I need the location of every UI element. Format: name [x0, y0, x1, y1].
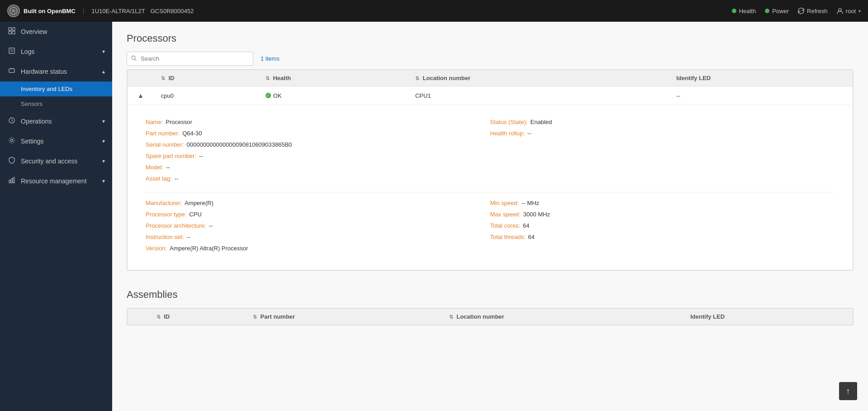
device-model: 1U10E-ALTRA/1L2T: [91, 8, 145, 14]
sidebar-item-resource-management[interactable]: Resource management ▾: [0, 171, 112, 191]
version-value: Ampere(R) Altra(R) Processor: [170, 245, 248, 252]
operations-icon: [7, 117, 16, 126]
processor-arch-value: --: [209, 222, 213, 229]
detail-col-left: Name: Processor Part number: Q64-30: [146, 119, 490, 186]
sidebar-item-overview[interactable]: Overview: [0, 22, 112, 42]
topbar-separator: |: [83, 7, 85, 14]
main-inner: Processors 1 items: [112, 22, 868, 336]
ath-location[interactable]: ⇅ Location number: [442, 309, 683, 325]
th-location[interactable]: ⇅ Location number: [408, 70, 669, 86]
scroll-top-button[interactable]: ↑: [839, 382, 857, 400]
svg-rect-10: [9, 69, 14, 72]
sidebar-item-hardware-status[interactable]: Hardware status ▴: [0, 62, 112, 81]
ath-part-label: Part number: [261, 313, 295, 320]
max-speed-field: Max speed: 3000 MHz: [490, 211, 835, 218]
sidebar-item-sensors[interactable]: Sensors: [21, 96, 112, 111]
svg-point-1: [12, 9, 15, 13]
max-speed-value: 3000 MHz: [523, 211, 550, 218]
row-id-cell: cpu0: [154, 86, 258, 105]
serial-number-field: Serial number: 0000000000000000908106090…: [146, 141, 490, 148]
sidebar-item-resource-label: Resource management: [21, 177, 87, 185]
search-wrap: [127, 52, 253, 66]
svg-rect-16: [9, 180, 10, 183]
location-sort-icon: ⇅: [415, 76, 419, 81]
hardware-icon: [7, 67, 16, 76]
th-location-label: Location number: [423, 75, 470, 81]
sidebar-item-settings[interactable]: Settings ▾: [0, 131, 112, 151]
version-field: Version: Ampere(R) Altra(R) Processor: [146, 245, 490, 252]
detail-divider: [146, 192, 835, 192]
health-rollup-field: Health rollup: --: [490, 130, 835, 137]
max-speed-label: Max speed:: [490, 211, 521, 218]
ok-badge: OK: [266, 92, 401, 99]
th-led: Identify LED: [669, 70, 853, 86]
part-number-label: Part number:: [146, 130, 180, 137]
refresh-button[interactable]: Refresh: [798, 8, 828, 14]
user-chevron-icon: ▾: [859, 9, 861, 14]
total-cores-value: 64: [523, 222, 529, 229]
main-content: Processors 1 items: [112, 22, 868, 411]
min-speed-label: Min speed:: [490, 200, 519, 206]
refresh-label: Refresh: [807, 8, 828, 14]
th-health[interactable]: ⇅ Health: [258, 70, 408, 86]
device-serial: GCS0R8000452: [151, 8, 194, 14]
ok-dot-icon: [266, 93, 271, 98]
table-row: ▲ cpu0 OK CPU1 --: [128, 86, 853, 105]
manufacturer-field: Manufacturer: Ampere(R): [146, 200, 490, 206]
settings-icon: [7, 137, 16, 146]
sidebar-item-operations[interactable]: Operations ▾: [0, 111, 112, 131]
sidebar-item-logs[interactable]: Logs ▾: [0, 42, 112, 62]
total-cores-label: Total cores:: [490, 222, 520, 229]
total-threads-value: 64: [528, 234, 535, 240]
processor-type-field: Processor type: CPU: [146, 211, 490, 218]
sensors-label: Sensors: [21, 100, 43, 107]
items-count: 1 items: [261, 55, 280, 62]
processor-type-value: CPU: [189, 211, 201, 218]
part-number-field: Part number: Q64-30: [146, 130, 490, 137]
topbar: Built on OpenBMC | 1U10E-ALTRA/1L2T GCS0…: [0, 0, 868, 22]
power-dot: [765, 9, 769, 13]
assemblies-section: Assemblies ⇅ ID ⇅: [127, 289, 854, 325]
name-value: Processor: [166, 119, 192, 125]
resource-chevron-icon: ▾: [102, 178, 105, 184]
instruction-set-label: Instruction set:: [146, 234, 184, 240]
svg-rect-17: [11, 179, 13, 183]
sidebar-item-security-access[interactable]: Security and access ▾: [0, 151, 112, 171]
th-health-label: Health: [273, 75, 291, 81]
search-input[interactable]: [127, 52, 253, 66]
ath-expand: [128, 309, 149, 325]
user-label: root: [846, 8, 856, 14]
spare-part-value: --: [199, 153, 203, 159]
expand-button[interactable]: ▲: [135, 91, 147, 100]
spare-part-field: Spare part number: --: [146, 153, 490, 159]
detail-panel: Name: Processor Part number: Q64-30: [135, 110, 845, 265]
assemblies-table-container: ⇅ ID ⇅ Part number ⇅ Location number: [127, 308, 854, 325]
hardware-chevron-icon: ▴: [102, 68, 105, 75]
user-menu[interactable]: root ▾: [837, 8, 861, 14]
logs-icon: [7, 47, 16, 56]
total-cores-field: Total cores: 64: [490, 222, 835, 229]
ath-id[interactable]: ⇅ ID: [149, 309, 246, 325]
asset-tag-value: --: [175, 175, 179, 182]
svg-rect-4: [12, 28, 15, 30]
assemblies-table-header: ⇅ ID ⇅ Part number ⇅ Location number: [128, 309, 853, 325]
detail-section-right: Min speed: -- MHz Max speed: 3000 MHz: [490, 200, 835, 256]
ath-location-label: Location number: [456, 313, 504, 320]
manufacturer-value: Ampere(R): [185, 200, 213, 206]
instruction-set-field: Instruction set: --: [146, 234, 490, 240]
model-field: Model: --: [146, 164, 490, 171]
name-field: Name: Processor: [146, 119, 490, 125]
model-label: Model:: [146, 164, 163, 171]
row-expand-cell: ▲: [128, 86, 154, 105]
health-label: Health: [739, 8, 756, 14]
serial-number-label: Serial number:: [146, 141, 184, 148]
th-id[interactable]: ⇅ ID: [154, 70, 258, 86]
sidebar-item-hardware-label: Hardware status: [21, 68, 67, 75]
inventory-leds-label: Inventory and LEDs: [21, 86, 72, 92]
power-status: Power: [765, 8, 789, 14]
search-area: 1 items: [127, 52, 854, 66]
ath-part[interactable]: ⇅ Part number: [246, 309, 442, 325]
sidebar: Overview Logs ▾ Hardware status ▴ Invent…: [0, 22, 112, 411]
svg-rect-18: [13, 177, 14, 183]
sidebar-item-inventory-leds[interactable]: Inventory and LEDs: [0, 81, 112, 96]
